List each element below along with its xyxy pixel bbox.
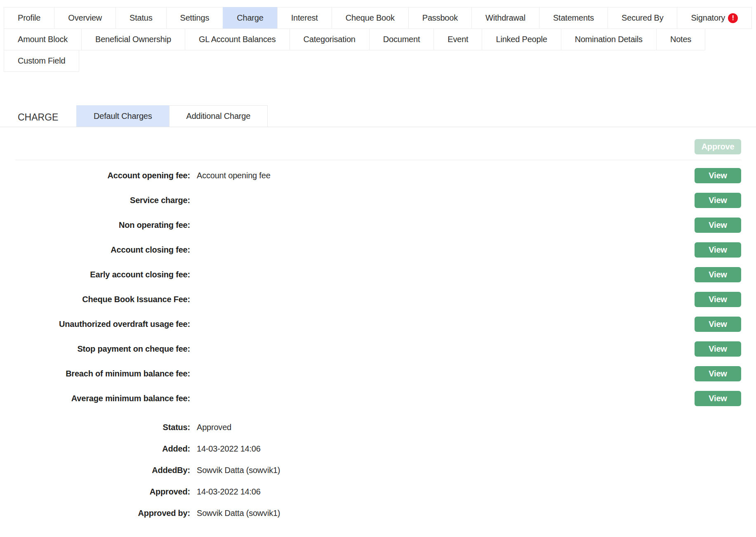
view-button[interactable]: View [695,366,741,381]
page-title: CHARGE [18,112,77,127]
approve-row: Approve [15,127,741,160]
fee-label: Unauthorized overdraft usage fee: [15,319,190,329]
fee-value: Account opening fee [197,171,695,180]
status-value: Approved [197,423,741,432]
approve-button[interactable]: Approve [695,139,741,154]
fee-label: Average minimum balance fee: [15,394,190,403]
fee-row-early-account-closing: Early account closing fee: View [15,262,741,287]
tab-linked-people[interactable]: Linked People [482,28,561,50]
alert-icon: ! [728,13,738,23]
tab-default-charges[interactable]: Default Charges [76,105,170,127]
tab-charge[interactable]: Charge [223,7,277,29]
meta-label: Status: [15,423,190,432]
tab-row-2: Amount Block Beneficial Ownership GL Acc… [4,28,756,50]
approved-value: 14-03-2022 14:06 [197,487,741,497]
tab-overview[interactable]: Overview [54,7,116,29]
tab-statements[interactable]: Statements [539,7,608,29]
tab-withdrawal[interactable]: Withdrawal [471,7,539,29]
record-meta: Status: Approved Added: 14-03-2022 14:06… [15,416,741,524]
tab-beneficial-ownership[interactable]: Beneficial Ownership [81,28,185,50]
meta-row-status: Status: Approved [15,416,741,438]
tab-cheque-book[interactable]: Cheque Book [332,7,409,29]
tab-status[interactable]: Status [115,7,167,29]
fee-label: Non operating fee: [15,220,190,230]
fee-row-account-closing: Account closing fee: View [15,237,741,262]
tab-row-1: Profile Overview Status Settings Charge … [4,7,756,29]
meta-row-approved: Approved: 14-03-2022 14:06 [15,481,741,502]
meta-label: AddedBy: [15,466,190,475]
meta-label: Approved by: [15,509,190,518]
tab-passbook[interactable]: Passbook [408,7,472,29]
fee-label: Account closing fee: [15,245,190,255]
fee-list: Account opening fee: Account opening fee… [15,163,741,411]
tab-row-3: Custom Field [4,50,756,72]
tab-nomination-details[interactable]: Nomination Details [561,28,657,50]
meta-label: Added: [15,444,190,454]
view-button[interactable]: View [695,391,741,406]
fee-row-breach-min-balance: Breach of minimum balance fee: View [15,361,741,386]
added-value: 14-03-2022 14:06 [197,444,741,454]
fee-row-non-operating: Non operating fee: View [15,213,741,237]
tab-custom-field[interactable]: Custom Field [4,50,79,72]
tab-secured-by[interactable]: Secured By [608,7,677,29]
fee-label: Breach of minimum balance fee: [15,369,190,379]
fee-row-service-charge: Service charge: View [15,188,741,213]
fee-label: Stop payment on cheque fee: [15,344,190,354]
tab-notes[interactable]: Notes [656,28,705,50]
fee-label: Cheque Book Issuance Fee: [15,295,190,304]
tab-signatory[interactable]: Signatory ! [677,7,752,29]
meta-label: Approved: [15,487,190,497]
tab-signatory-label: Signatory [691,13,725,23]
meta-row-approved-by: Approved by: Sowvik Datta (sowvik1) [15,502,741,524]
fee-label: Account opening fee: [15,171,190,180]
account-tabs: Profile Overview Status Settings Charge … [4,7,756,72]
tab-interest[interactable]: Interest [277,7,332,29]
fee-row-average-min-balance: Average minimum balance fee: View [15,386,741,411]
fee-row-unauthorized-overdraft: Unauthorized overdraft usage fee: View [15,312,741,336]
meta-row-added: Added: 14-03-2022 14:06 [15,438,741,459]
fee-label: Service charge: [15,196,190,205]
added-by-value: Sowvik Datta (sowvik1) [197,466,741,475]
tab-additional-charge[interactable]: Additional Charge [169,105,268,127]
view-button[interactable]: View [695,242,741,258]
tab-document[interactable]: Document [369,28,434,50]
view-button[interactable]: View [695,168,741,183]
default-charges-panel: Approve Account opening fee: Account ope… [15,127,741,524]
tab-gl-account-balances[interactable]: GL Account Balances [185,28,290,50]
view-button[interactable]: View [695,317,741,332]
account-detail-page: Profile Overview Status Settings Charge … [0,7,756,524]
meta-row-added-by: AddedBy: Sowvik Datta (sowvik1) [15,459,741,481]
view-button[interactable]: View [695,341,741,357]
charge-subtabs: Default Charges Additional Charge [77,105,268,127]
fee-label: Early account closing fee: [15,270,190,279]
view-button[interactable]: View [695,193,741,208]
view-button[interactable]: View [695,218,741,233]
tab-profile[interactable]: Profile [4,7,54,29]
fee-row-cheque-book-issuance: Cheque Book Issuance Fee: View [15,287,741,312]
view-button[interactable]: View [695,267,741,282]
view-button[interactable]: View [695,292,741,307]
tab-settings[interactable]: Settings [166,7,224,29]
fee-row-account-opening: Account opening fee: Account opening fee… [15,163,741,188]
tab-amount-block[interactable]: Amount Block [4,28,82,50]
approved-by-value: Sowvik Datta (sowvik1) [197,509,741,518]
fee-row-stop-payment: Stop payment on cheque fee: View [15,336,741,361]
charge-section-header: CHARGE Default Charges Additional Charge [0,105,756,127]
tab-categorisation[interactable]: Categorisation [290,28,370,50]
tab-event[interactable]: Event [433,28,482,50]
